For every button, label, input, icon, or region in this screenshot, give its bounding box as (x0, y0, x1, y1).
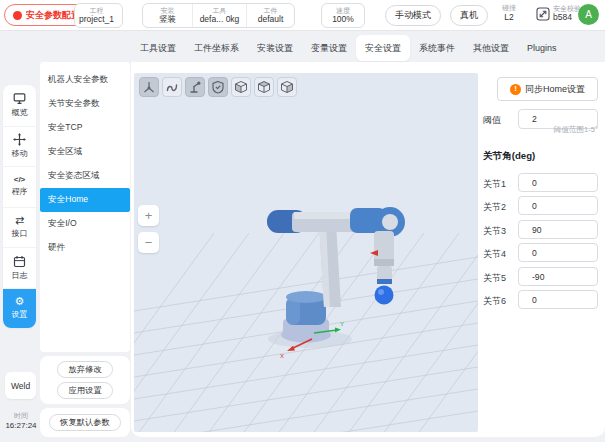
menu-hardware[interactable]: 硬件 (40, 236, 130, 260)
tab-system-events[interactable]: 系统事件 (410, 35, 464, 61)
manual-mode-button[interactable]: 手动模式 (385, 5, 441, 26)
robot-3d-viewport[interactable]: Y X + (134, 73, 478, 432)
tab-plugins[interactable]: Plugins (518, 35, 566, 61)
checksum-value: b584 (553, 13, 581, 23)
settings-tabbar: 工具设置 工件坐标系 安装设置 变量设置 安全设置 系统事件 其他设置 Plug… (131, 34, 566, 62)
mount-value: 竖装 (159, 15, 176, 24)
joint-angle-header: 关节角(deg) (483, 150, 535, 163)
tab-variable-settings[interactable]: 变量设置 (302, 35, 356, 61)
menu-joint-safety-params[interactable]: 关节安全参数 (40, 92, 130, 116)
collision-label: 碰撞 (502, 4, 516, 12)
cube-front-icon[interactable] (231, 77, 251, 97)
project-value: project_1 (79, 15, 114, 24)
code-icon: </> (14, 176, 26, 184)
menu-safety-pose-zone[interactable]: 安全姿态区域 (40, 164, 130, 188)
tab-safety-settings[interactable]: 安全设置 (356, 35, 410, 61)
joint3-input[interactable] (518, 220, 598, 239)
sidebar-item-log[interactable]: 日志 (3, 247, 36, 288)
joint5-label: 关节5 (483, 272, 506, 285)
shield-icon[interactable] (208, 77, 228, 97)
sync-home-label: 同步Home设置 (525, 83, 585, 96)
safety-home-panel: Y X + (131, 62, 605, 437)
swap-icon: ⇄ (15, 215, 24, 226)
monitor-icon (13, 92, 26, 105)
real-machine-button[interactable]: 真机 (450, 5, 488, 26)
axes-icon[interactable] (139, 77, 159, 97)
joint1-input[interactable] (518, 173, 598, 192)
joint4-label: 关节4 (483, 248, 506, 261)
zoom-in-button[interactable]: + (138, 205, 159, 226)
sidebar-label-program: 程序 (12, 186, 28, 197)
gear-icon: ⚙ (15, 296, 25, 307)
move-icon (13, 133, 26, 146)
tab-other-settings[interactable]: 其他设置 (464, 35, 518, 61)
zoom-out-button[interactable]: − (138, 232, 159, 253)
edit-actions-panel: 放弃修改 应用设置 (40, 356, 130, 404)
sidebar-label-move: 移动 (12, 148, 28, 159)
speed-value: 100% (332, 15, 354, 24)
tab-workpiece-coords[interactable]: 工件坐标系 (185, 35, 248, 61)
project-box[interactable]: 工程 project_1 (74, 3, 123, 28)
path-icon[interactable] (162, 77, 182, 97)
menu-safety-home[interactable]: 安全Home (40, 188, 130, 212)
sidebar-item-move[interactable]: 移动 (3, 126, 36, 167)
menu-robot-safety-params[interactable]: 机器人安全参数 (40, 68, 130, 92)
safety-menu: 机器人安全参数 关节安全参数 安全TCP 安全区域 安全姿态区域 安全Home … (40, 62, 130, 352)
menu-safety-zone[interactable]: 安全区域 (40, 140, 130, 164)
joint3-label: 关节3 (483, 225, 506, 238)
sync-home-button[interactable]: ! 同步Home设置 (497, 77, 598, 101)
tab-tool-settings[interactable]: 工具设置 (131, 35, 185, 61)
sidebar-label-log: 日志 (12, 270, 28, 281)
tool-value: defa... 0kg (200, 15, 240, 24)
axis-x-label: X (280, 353, 284, 359)
safety-config-label: 安全参数配置 (26, 9, 80, 22)
menu-safety-tcp[interactable]: 安全TCP (40, 116, 130, 140)
checksum-expand-icon (536, 7, 550, 21)
tool-cell[interactable]: 工具 defa... 0kg (192, 4, 246, 27)
joint2-input[interactable] (518, 196, 598, 215)
sidebar-item-interface[interactable]: ⇄ 接口 (3, 207, 36, 248)
restore-defaults-button[interactable]: 恢复默认参数 (49, 414, 121, 431)
alert-icon: ! (510, 84, 521, 95)
sidebar-item-settings[interactable]: ⚙ 设置 (3, 288, 36, 329)
workpiece-value: default (258, 15, 284, 24)
setup-box: 安装 竖装 工具 defa... 0kg 工件 default (142, 3, 295, 28)
user-avatar[interactable]: A (578, 4, 599, 25)
cube-top-icon[interactable] (254, 77, 274, 97)
sidebar-label-overview: 概览 (12, 107, 28, 118)
sidebar-item-program[interactable]: </> 程序 (3, 166, 36, 207)
joint4-input[interactable] (518, 243, 598, 262)
collision-value: L2 (504, 12, 513, 22)
time-value: 16:27:24 (0, 421, 42, 431)
clock: 时间 16:27:24 (0, 412, 42, 431)
sidebar-label-settings: 设置 (12, 309, 28, 320)
tab-install-settings[interactable]: 安装设置 (248, 35, 302, 61)
red-dot-icon (13, 11, 22, 20)
joint2-label: 关节2 (483, 201, 506, 214)
joint6-input[interactable] (518, 290, 598, 309)
menu-safety-io[interactable]: 安全I/O (40, 212, 130, 236)
top-bar: 安全参数配置 工程 project_1 安装 竖装 工具 defa... 0kg… (0, 0, 605, 31)
robot-3d-scene: Y X (134, 73, 478, 432)
safety-checksum[interactable]: 安全校验 b584 (536, 5, 581, 23)
joint5-input[interactable] (518, 267, 598, 286)
speed-box[interactable]: 速度 100% (321, 3, 365, 28)
mount-cell[interactable]: 安装 竖装 (143, 4, 192, 27)
viewport-toolbar (139, 77, 297, 97)
joint1-label: 关节1 (483, 178, 506, 191)
robot-icon[interactable] (185, 77, 205, 97)
calendar-icon (13, 255, 26, 268)
time-label: 时间 (0, 412, 42, 421)
axis-y-label: Y (340, 321, 344, 327)
sidebar-label-interface: 接口 (12, 228, 28, 239)
app-sidebar: 概览 移动 </> 程序 ⇄ 接口 日志 ⚙ 设置 (3, 85, 36, 328)
cube-side-icon[interactable] (277, 77, 297, 97)
threshold-hint: 阈值范围1-5° (554, 125, 598, 135)
collision-indicator: 碰撞 L2 (496, 4, 522, 23)
workpiece-cell[interactable]: 工件 default (246, 4, 294, 27)
apply-settings-button[interactable]: 应用设置 (57, 382, 112, 399)
joint6-label: 关节6 (483, 295, 506, 308)
discard-changes-button[interactable]: 放弃修改 (57, 361, 112, 378)
weld-button[interactable]: Weld (5, 372, 36, 399)
sidebar-item-overview[interactable]: 概览 (3, 85, 36, 126)
